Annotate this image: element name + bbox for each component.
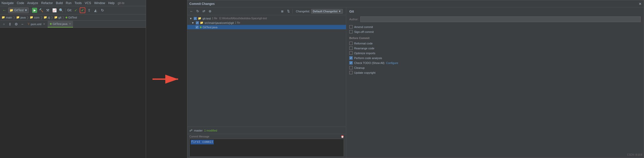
rearrange-checkbox[interactable] [349, 47, 353, 50]
dialog-refresh-btn[interactable]: ↻ [195, 9, 200, 14]
author-input[interactable] [360, 16, 641, 22]
debug-button[interactable]: ⚒ [45, 7, 50, 13]
dialog-close-button[interactable]: ✕ [639, 2, 642, 6]
toolbar-separator-1 [30, 8, 30, 12]
git-icon-gittest: ◆ [65, 16, 67, 19]
amend-label: Amend commit [354, 25, 373, 29]
breadcrumb-gittest-label: GitTest [68, 16, 77, 19]
history-button[interactable]: ◭ [93, 7, 99, 13]
menu-run[interactable]: Run [66, 1, 71, 5]
commit-textarea-wrapper[interactable]: first commit [189, 139, 344, 157]
tree-sub1-item[interactable]: ▼ 📁 src\main\java\com\zj\git 1 file [187, 21, 346, 25]
dialog-left-panel: ← ↻ ⇄ ⊛ ≣ ⇅ Changelist: Default Changeli… [187, 7, 346, 158]
tab-global-button[interactable]: ○ [1, 21, 7, 27]
tab-minus-button[interactable]: − [19, 21, 25, 27]
menu-build[interactable]: Build [56, 1, 63, 5]
menu-git: git-te [118, 1, 125, 5]
run-button[interactable]: ▶ [32, 8, 37, 13]
right-arrow-svg [151, 74, 182, 84]
clock-icon: ⏰ [341, 135, 344, 138]
project-name: GitTest [14, 8, 24, 12]
update-copyright-checkbox[interactable] [349, 71, 353, 74]
amend-checkbox[interactable] [349, 25, 353, 29]
modified-badge[interactable]: 1 modified [204, 129, 217, 132]
dialog-group-btn[interactable]: ⊛ [207, 9, 212, 14]
dialog-body: ← ↻ ⇄ ⊛ ≣ ⇅ Changelist: Default Changeli… [187, 7, 644, 158]
tree-root-item[interactable]: ▼ 📁 git-test 1 file E:\WorksoftAbout\ide… [187, 16, 346, 21]
breadcrumb-zj[interactable]: 📁 zj [44, 16, 50, 19]
perform-analysis-checkbox[interactable] [349, 56, 353, 60]
coverage-button[interactable]: 📈 [52, 7, 57, 13]
push-button[interactable]: ⇧ [86, 7, 92, 13]
rearrange-label: Rearrange code [354, 47, 374, 50]
menu-tools[interactable]: Tools [75, 1, 82, 5]
folder-icon: 📁 [9, 8, 13, 12]
tab-gittest-label: GitTest.java [53, 22, 67, 25]
tab-gittest-java[interactable]: ◆ GitTest.java ✕ [48, 21, 73, 27]
reformat-checkbox[interactable] [349, 42, 353, 45]
commit-dialog: Commit Changes ✕ ← ↻ ⇄ ⊛ ≣ ⇅ Changelist: [187, 0, 644, 158]
tab-gittest-close[interactable]: ✕ [69, 22, 71, 25]
dialog-collapse-btn[interactable]: ≣ [280, 9, 285, 14]
tree-sub1-label: src\main\java\com\zj\git [205, 21, 234, 24]
back-button[interactable]: ← [2, 7, 7, 13]
dropdown-arrow: ▼ [24, 8, 27, 12]
breadcrumb-com-label: com [34, 16, 39, 19]
checkbox-root[interactable] [194, 17, 197, 20]
changelist-label: Changelist: [296, 10, 310, 13]
menu-analyze[interactable]: Analyze [27, 1, 38, 5]
tab-settings-button[interactable]: ⚙ [13, 21, 19, 27]
project-dropdown[interactable]: 📁 GitTest ▼ [8, 7, 29, 13]
tab-format-button[interactable]: ⇕ [7, 21, 13, 27]
checkbox-file[interactable] [196, 26, 199, 29]
sign-off-checkbox[interactable] [349, 30, 353, 33]
menu-refactor[interactable]: Refactor [41, 1, 53, 5]
java-file-icon: ◆ [200, 25, 202, 29]
changelist-dropdown[interactable]: Default Changelist ▼ [311, 9, 343, 14]
configure-link[interactable]: Configure [386, 61, 398, 64]
menu-navigate[interactable]: Navigate [2, 1, 14, 5]
tree-file-item[interactable]: ◆ GitTest.java [187, 25, 346, 29]
menu-vcs[interactable]: VCS [85, 1, 91, 5]
search-button[interactable]: 🔍 [58, 7, 64, 13]
checkbox-sub1[interactable] [196, 21, 199, 24]
dialog-right-panel: Git Author: Amend commit Sign-off commit… [346, 7, 644, 158]
dialog-sync-btn[interactable]: ⇄ [201, 9, 206, 14]
breadcrumb: 📁 main ❯ 📁 java ❯ 📁 com ❯ 📁 zj ❯ 📁 git ❯… [0, 14, 146, 21]
commit-button[interactable]: ✓ [80, 7, 85, 13]
breadcrumb-java[interactable]: 📁 java [16, 16, 26, 19]
perform-analysis-label: Perform code analysis [354, 57, 382, 60]
menu-help[interactable]: Help [108, 1, 115, 5]
optimize-checkbox[interactable] [349, 51, 353, 55]
breadcrumb-zj-label: zj [48, 16, 50, 19]
menu-code[interactable]: Code [17, 1, 24, 5]
breadcrumb-java-label: java [21, 16, 26, 19]
breadcrumb-main[interactable]: 📁 main [2, 16, 12, 19]
check-todo-row: Check TODO (Show All) Configure [349, 61, 641, 64]
sign-off-label: Sign-off commit [354, 30, 374, 33]
revert-button[interactable]: ↻ [100, 7, 105, 13]
branch-icon: ☍ [189, 129, 192, 132]
vcs-update-button[interactable]: ✓ [73, 7, 79, 13]
dialog-back-btn[interactable]: ← [189, 9, 194, 14]
tab-pom-label: pom.xml [31, 23, 42, 26]
build-button[interactable]: 🔨 [38, 7, 44, 13]
before-commit-header: Before Commit [349, 36, 641, 40]
dialog-expand-btn[interactable]: ⇅ [286, 9, 291, 14]
breadcrumb-com[interactable]: 📁 com [30, 16, 39, 19]
bottom-bar: ☍ master 1 modified [187, 127, 346, 134]
dialog-toolbar: ← ↻ ⇄ ⊛ ≣ ⇅ Changelist: Default Changeli… [187, 7, 346, 15]
breadcrumb-gittest[interactable]: ◆ GitTest [65, 16, 77, 19]
check-todo-checkbox[interactable] [349, 61, 353, 64]
breadcrumb-git[interactable]: 📁 git [54, 16, 62, 19]
cleanup-checkbox[interactable] [349, 66, 353, 69]
commit-message-text: first commit [191, 140, 214, 144]
folder-icon-git: 📁 [54, 16, 58, 19]
dialog-toolbar-sep [292, 9, 293, 13]
cleanup-row: Cleanup [349, 66, 641, 69]
tab-pom-xml[interactable]: 𝕐 pom.xml ✕ [26, 21, 47, 27]
amend-options-group: Amend commit Sign-off commit [349, 25, 641, 33]
menu-window[interactable]: Window [94, 1, 105, 5]
author-label: Author: [349, 18, 358, 21]
tab-pom-close[interactable]: ✕ [43, 23, 45, 25]
